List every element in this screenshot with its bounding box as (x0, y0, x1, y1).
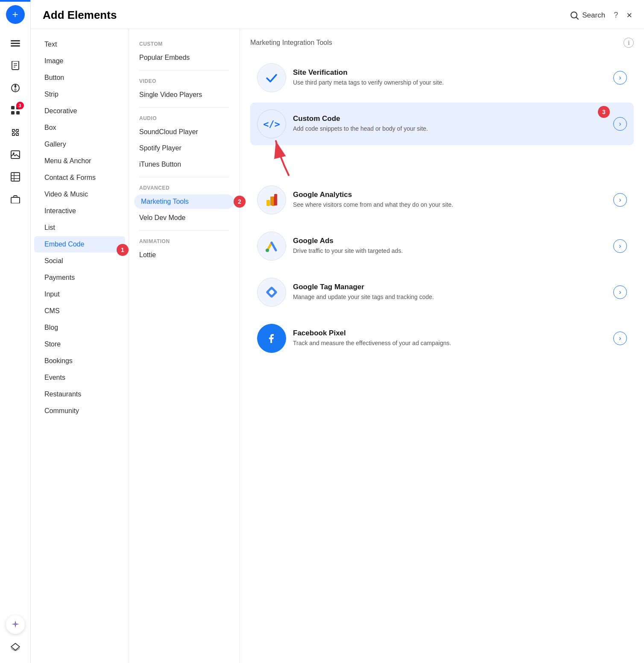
svg-rect-28 (274, 194, 277, 205)
tool-google-tag-manager-body: Google Tag Manager Manage and update you… (293, 283, 606, 302)
help-button[interactable]: ? (614, 11, 618, 20)
close-button[interactable]: × (626, 10, 632, 21)
sidebar-item-image[interactable]: Image (34, 53, 125, 69)
sidebar-item-video-music[interactable]: Video & Music (34, 186, 125, 202)
tool-google-tag-manager-title: Google Tag Manager (293, 283, 606, 291)
sidebar-item-contact-forms[interactable]: Contact & Forms (34, 170, 125, 186)
image-icon[interactable] (6, 145, 25, 164)
header: Add Elements Search ? × (31, 0, 644, 29)
step2-badge: 2 (234, 196, 246, 208)
sub-item-spotify[interactable]: Spotify Player (129, 140, 240, 156)
menu-icon[interactable] (6, 34, 25, 53)
custom-code-arrow[interactable]: › (613, 117, 627, 131)
top-accent (0, 0, 30, 2)
step1-badge: 1 (117, 244, 129, 256)
tool-custom-code-title: Custom Code (293, 114, 606, 123)
divider (139, 177, 229, 177)
sidebar-item-events[interactable]: Events (34, 370, 125, 386)
site-verification-arrow[interactable]: › (613, 71, 627, 85)
section-label-audio: AUDIO (129, 112, 240, 124)
svg-rect-14 (11, 173, 20, 181)
sidebar-item-gallery[interactable]: Gallery (34, 136, 125, 153)
tool-custom-code-desc: Add code snippets to the head or body of… (293, 125, 606, 133)
header-actions: Search ? × (570, 10, 632, 21)
tool-google-analytics-desc: See where visitors come from and what th… (293, 201, 606, 209)
sparkle-button[interactable] (6, 615, 25, 634)
sidebar-item-strip[interactable]: Strip (34, 86, 125, 103)
svg-rect-11 (16, 111, 20, 114)
sub-item-marketing-tools[interactable]: Marketing Tools (134, 194, 234, 209)
sidebar-item-box[interactable]: Box (34, 120, 125, 136)
tool-facebook-pixel-desc: Track and measure the effectiveness of y… (293, 339, 606, 348)
sub-item-single-video[interactable]: Single Video Players (129, 87, 240, 103)
tool-facebook-pixel[interactable]: Facebook Pixel Track and measure the eff… (250, 317, 634, 360)
tool-site-verification-title: Site Verification (293, 68, 606, 77)
sidebar-item-embed-code[interactable]: Embed Code 1 (34, 236, 125, 252)
info-button[interactable]: ℹ (624, 38, 634, 48)
apps-icon[interactable]: 3 (6, 101, 25, 120)
puzzle-icon[interactable] (6, 123, 25, 142)
tool-google-tag-manager-desc: Manage and update your site tags and tra… (293, 293, 606, 302)
theme-icon[interactable] (6, 79, 25, 97)
sub-item-lottie[interactable]: Lottie (129, 247, 240, 263)
tool-google-tag-manager[interactable]: Google Tag Manager Manage and update you… (250, 271, 634, 314)
section-label-animation: ANIMATION (129, 235, 240, 247)
briefcase-icon[interactable] (6, 190, 25, 208)
sub-item-popular-embeds[interactable]: Popular Embeds (129, 50, 240, 66)
section-label-advanced: ADVANCED (129, 182, 240, 194)
sidebar-item-social[interactable]: Social (34, 253, 125, 269)
tool-google-ads-title: Google Ads (293, 237, 606, 245)
category-list: Text Image Button Strip Decorative Box G… (31, 29, 129, 663)
tool-site-verification-body: Site Verification Use third party meta t… (293, 68, 606, 87)
sidebar-item-restaurants[interactable]: Restaurants (34, 386, 125, 402)
svg-point-29 (266, 249, 269, 252)
google-ads-arrow[interactable]: › (613, 239, 627, 253)
divider (139, 70, 229, 70)
sub-item-velo-dev-mode[interactable]: Velo Dev Mode (129, 210, 240, 226)
tool-site-verification-desc: Use third party meta tags to verify owne… (293, 79, 606, 87)
tool-google-analytics[interactable]: Google Analytics See where visitors come… (250, 179, 634, 221)
sidebar-item-text[interactable]: Text (34, 36, 125, 53)
sidebar-item-bookings[interactable]: Bookings (34, 353, 125, 369)
sidebar-item-community[interactable]: Community (34, 403, 125, 419)
sidebar-item-interactive[interactable]: Interactive (34, 203, 125, 219)
add-button[interactable]: + (6, 5, 25, 24)
layers-icon[interactable] (6, 637, 25, 656)
svg-rect-8 (11, 106, 15, 109)
svg-point-19 (15, 623, 16, 625)
google-analytics-icon (257, 185, 286, 214)
google-tag-manager-icon (257, 278, 286, 307)
google-ads-icon (257, 232, 286, 261)
sidebar-item-store[interactable]: Store (34, 336, 125, 352)
sidebar-item-decorative[interactable]: Decorative (34, 103, 125, 119)
table-icon[interactable] (6, 167, 25, 186)
google-tag-manager-arrow[interactable]: › (613, 285, 627, 299)
tool-custom-code[interactable]: </> Custom Code Add code snippets to the… (250, 103, 634, 145)
col3-header: Marketing Integration Tools ℹ (250, 38, 634, 48)
sidebar-item-cms[interactable]: CMS (34, 303, 125, 319)
facebook-pixel-arrow[interactable]: › (613, 332, 627, 345)
sidebar-item-payments[interactable]: Payments (34, 270, 125, 286)
google-analytics-arrow[interactable]: › (613, 193, 627, 207)
facebook-pixel-icon (257, 324, 286, 353)
search-button[interactable]: Search (570, 11, 605, 20)
tool-google-ads[interactable]: Google Ads Drive traffic to your site wi… (250, 225, 634, 267)
sidebar-item-input[interactable]: Input (34, 286, 125, 302)
svg-rect-0 (11, 40, 20, 41)
tool-google-ads-desc: Drive traffic to your site with targeted… (293, 247, 606, 255)
main-panel: Add Elements Search ? × Text Image Butto… (31, 0, 644, 663)
svg-line-21 (576, 17, 578, 19)
tool-facebook-pixel-body: Facebook Pixel Track and measure the eff… (293, 329, 606, 348)
divider (139, 230, 229, 231)
sub-item-soundcloud[interactable]: SoundCloud Player (129, 124, 240, 140)
section-label-video: VIDEO (129, 75, 240, 87)
sidebar-item-menu-anchor[interactable]: Menu & Anchor (34, 153, 125, 169)
sub-item-itunes[interactable]: iTunes Button (129, 156, 240, 173)
icon-bar: + 3 (0, 0, 31, 663)
svg-rect-10 (11, 111, 15, 114)
sidebar-item-button[interactable]: Button (34, 70, 125, 86)
sidebar-item-blog[interactable]: Blog (34, 320, 125, 336)
pages-icon[interactable] (6, 56, 25, 75)
tool-site-verification[interactable]: Site Verification Use third party meta t… (250, 56, 634, 99)
sidebar-item-list[interactable]: List (34, 220, 125, 236)
